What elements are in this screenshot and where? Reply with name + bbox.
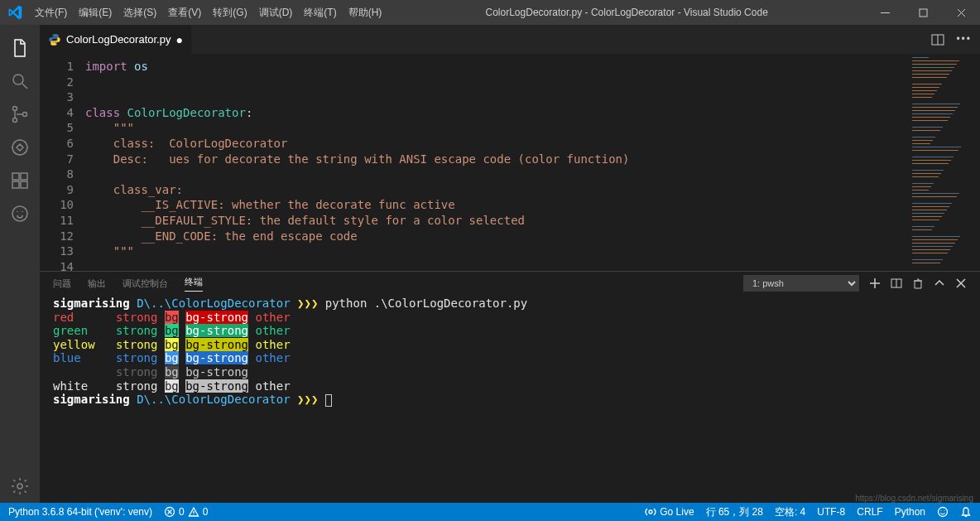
window-maximize-button[interactable] [904,0,942,25]
panel-tab-terminal[interactable]: 终端 [185,276,203,292]
status-bell-icon[interactable] [960,506,972,518]
status-eol[interactable]: CRLF [857,506,882,518]
activity-explorer-icon[interactable] [0,31,40,65]
svg-point-10 [12,206,27,221]
activity-scm-icon[interactable] [0,98,40,131]
minimap[interactable] [907,54,980,271]
menu-goto[interactable]: 转到(G) [207,6,252,20]
svg-point-15 [649,510,652,514]
panel-tab-output[interactable]: 输出 [88,277,106,290]
panel-close-icon[interactable] [955,277,967,289]
status-bar: Python 3.6.8 64-bit ('venv': venv) 0 0 G… [0,503,980,521]
dirty-indicator-icon: ● [175,33,182,46]
activity-docker-icon[interactable] [0,197,40,230]
code-editor[interactable]: import os class ColorLogDecorator: """ c… [85,54,907,271]
editor-tab-active[interactable]: ColorLogDecorator.py ● [40,25,192,54]
activity-debug-icon[interactable] [0,131,40,164]
status-error-count: 0 [179,506,185,518]
status-golive[interactable]: Go Live [645,506,694,518]
terminal-selector[interactable]: 1: pwsh [743,275,859,292]
split-editor-icon[interactable] [931,33,944,46]
activity-search-icon[interactable] [0,65,40,98]
window-title: ColorLogDecorator.py - ColorLogDecorator… [387,7,866,18]
svg-point-16 [939,508,948,517]
bottom-panel: 问题 输出 调试控制台 终端 1: pwsh sigmarising D\..\… [40,271,980,503]
menu-file[interactable]: 文件(F) [29,6,73,20]
svg-rect-0 [920,9,927,17]
svg-point-4 [23,113,27,117]
svg-rect-9 [21,173,27,180]
status-encoding[interactable]: UTF-8 [817,506,845,518]
new-terminal-icon[interactable] [869,277,881,289]
vscode-logo-icon [0,5,29,20]
activity-settings-icon[interactable] [0,470,40,503]
activity-extensions-icon[interactable] [0,164,40,197]
menu-edit[interactable]: 编辑(E) [73,6,118,20]
menu-bar: 文件(F) 编辑(E) 选择(S) 查看(V) 转到(G) 调试(D) 终端(T… [29,6,387,20]
menu-help[interactable]: 帮助(H) [343,6,388,20]
editor-tab-filename: ColorLogDecorator.py [66,33,171,46]
python-file-icon [48,33,61,46]
kill-terminal-icon[interactable] [912,277,924,289]
menu-select[interactable]: 选择(S) [118,6,162,20]
watermark: https://blog.csdn.net/sigmarising [855,494,973,503]
menu-debug[interactable]: 调试(D) [253,6,299,20]
panel-tab-debugconsole[interactable]: 调试控制台 [122,277,168,290]
svg-point-2 [13,107,17,111]
titlebar: 文件(F) 编辑(E) 选择(S) 查看(V) 转到(G) 调试(D) 终端(T… [0,0,980,25]
panel-maximize-icon[interactable] [934,277,945,289]
terminal-content[interactable]: sigmarising D\..\ColorLogDecorator ❯❯❯ p… [40,295,980,503]
svg-point-1 [13,75,23,84]
split-terminal-icon[interactable] [891,277,902,289]
status-problems[interactable]: 0 0 [164,506,208,518]
line-number-gutter: 1234567891011121314 [40,54,85,271]
editor-tabs: ColorLogDecorator.py ● ••• [40,25,980,54]
status-lang[interactable]: Python [895,506,925,518]
menu-terminal[interactable]: 终端(T) [298,6,342,20]
more-actions-icon[interactable]: ••• [956,33,972,46]
status-warning-count: 0 [203,506,209,518]
status-feedback-icon[interactable] [937,506,949,518]
status-spaces[interactable]: 空格: 4 [775,505,805,519]
svg-point-3 [13,118,17,123]
svg-rect-6 [12,173,19,180]
window-minimize-button[interactable] [866,0,904,25]
panel-tab-problems[interactable]: 问题 [53,277,71,290]
status-python[interactable]: Python 3.6.8 64-bit ('venv': venv) [8,506,152,518]
svg-rect-7 [12,181,19,188]
activity-bar [0,25,40,503]
menu-view[interactable]: 查看(V) [162,6,207,20]
window-close-button[interactable] [942,0,980,25]
svg-rect-8 [21,181,27,188]
svg-point-11 [17,484,22,489]
status-linecol[interactable]: 行 65，列 28 [706,505,763,519]
